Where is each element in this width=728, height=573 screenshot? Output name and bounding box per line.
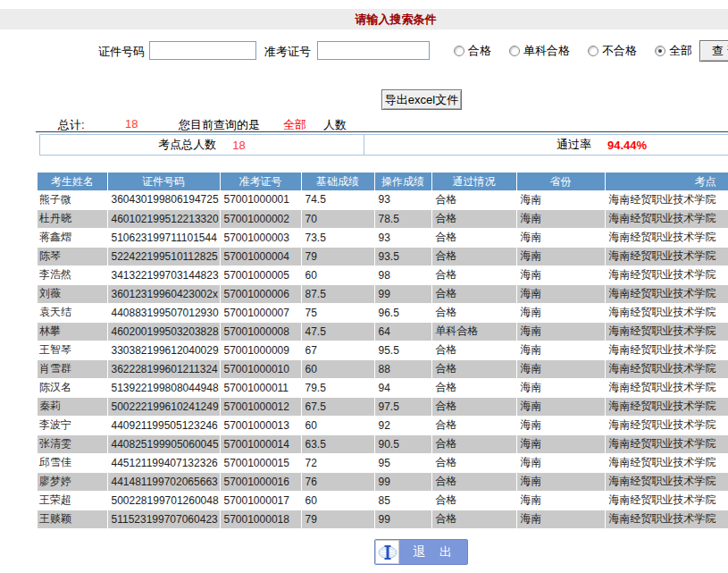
column-header-1: 证件号码 xyxy=(107,173,220,190)
cell-ticket-number: 57001000012 xyxy=(220,397,301,416)
cell-test-site: 海南经贸职业技术学院 xyxy=(605,491,728,510)
cell-test-site: 海南经贸职业技术学院 xyxy=(605,397,728,416)
export-excel-button[interactable]: 导出excel文件 xyxy=(381,89,462,110)
radio-single-subject-pass[interactable]: 单科合格 xyxy=(509,43,570,59)
cell-ticket-number: 57001000011 xyxy=(220,378,301,397)
id-number-label: 证件号码 xyxy=(98,44,145,60)
site-total-value: 18 xyxy=(232,139,245,152)
cell-candidate-name: 肖雪群 xyxy=(38,359,107,378)
cell-operation-score: 97.5 xyxy=(374,397,431,416)
cell-province: 海南 xyxy=(516,341,605,359)
cell-basic-score: 47.5 xyxy=(301,322,374,341)
cell-id-number: 360430199806194725 xyxy=(107,190,220,209)
cell-id-number: 440825199905060045 xyxy=(107,434,220,453)
cell-test-site: 海南经贸职业技术学院 xyxy=(605,341,728,359)
pass-rate-cell: 通过率 94.44% xyxy=(364,135,728,155)
cell-province: 海南 xyxy=(516,397,605,416)
radio-single-subject-pass-control[interactable] xyxy=(509,46,520,56)
site-total-cell: 考点总人数 18 xyxy=(40,135,364,155)
radio-pass-control[interactable] xyxy=(454,46,464,56)
cell-operation-score: 94 xyxy=(374,378,431,397)
query-button[interactable]: 查询 xyxy=(699,40,728,62)
table-row: 肖雪群362228199601211324570010000106088合格海南… xyxy=(38,359,728,378)
table-row: 王赕颖511523199707060423570010000187999合格海南… xyxy=(38,510,728,528)
cell-pass-status: 合格 xyxy=(431,434,516,453)
cell-id-number: 441481199702065663 xyxy=(107,472,220,491)
cell-basic-score: 60 xyxy=(301,265,374,284)
radio-pass[interactable]: 合格 xyxy=(454,43,491,59)
cell-candidate-name: 秦莉 xyxy=(38,397,107,416)
cell-basic-score: 67 xyxy=(301,341,374,359)
cell-province: 海南 xyxy=(516,247,605,265)
cell-candidate-name: 廖梦婷 xyxy=(38,472,107,491)
cell-operation-score: 64 xyxy=(374,322,431,341)
cell-basic-score: 74.5 xyxy=(301,190,374,209)
cell-pass-status: 合格 xyxy=(431,397,516,416)
cell-pass-status: 单科合格 xyxy=(431,322,516,341)
table-row: 李浩然341322199703144823570010000056098合格海南… xyxy=(38,265,728,284)
cell-province: 海南 xyxy=(516,491,605,510)
column-header-0: 考生姓名 xyxy=(38,173,107,190)
cell-ticket-number: 57001000013 xyxy=(220,416,301,434)
table-row: 王智琴330382199612040029570010000096795.5合格… xyxy=(38,341,728,359)
table-header-row: 考生姓名证件号码准考证号基础成绩操作成绩通过情况省份考点 xyxy=(38,173,728,190)
cell-id-number: 330382199612040029 xyxy=(107,341,220,359)
radio-fail-label: 不合格 xyxy=(602,43,637,59)
cell-test-site: 海南经贸职业技术学院 xyxy=(605,453,728,472)
cell-province: 海南 xyxy=(516,378,605,397)
column-header-6: 省份 xyxy=(516,173,605,190)
result-filter-radio-group: 合格单科合格不合格全部 xyxy=(454,43,705,59)
cell-basic-score: 79 xyxy=(301,510,374,528)
cell-operation-score: 93 xyxy=(374,228,431,247)
id-number-input[interactable] xyxy=(149,41,256,60)
cell-id-number: 36012319960423002x xyxy=(107,284,220,303)
cell-test-site: 海南经贸职业技术学院 xyxy=(605,378,728,397)
cell-test-site: 海南经贸职业技术学院 xyxy=(605,416,728,434)
table-row: 秦莉5002221996102412495700100001267.597.5合… xyxy=(38,397,728,416)
exam-results-page: 请输入搜索条件 证件号码 准考证号 合格单科合格不合格全部 查询 导出excel… xyxy=(0,0,728,573)
cell-province: 海南 xyxy=(516,303,605,322)
cell-candidate-name: 袁天结 xyxy=(38,303,107,322)
cell-ticket-number: 57001000007 xyxy=(220,303,301,322)
radio-fail-control[interactable] xyxy=(588,46,598,56)
ticket-number-input[interactable] xyxy=(317,41,430,60)
cell-ticket-number: 57001000015 xyxy=(220,453,301,472)
cell-id-number: 445121199407132326 xyxy=(107,453,220,472)
cell-id-number: 510623199711101544 xyxy=(107,228,220,247)
summary-box: 考点总人数 18 通过率 94.44% xyxy=(39,134,728,156)
globe-icon xyxy=(375,540,399,564)
radio-fail[interactable]: 不合格 xyxy=(588,43,637,59)
cell-pass-status: 合格 xyxy=(431,247,516,265)
cell-pass-status: 合格 xyxy=(431,359,516,378)
cell-basic-score: 79.5 xyxy=(301,378,374,397)
cell-test-site: 海南经贸职业技术学院 xyxy=(605,265,728,284)
cell-test-site: 海南经贸职业技术学院 xyxy=(605,209,728,228)
cell-candidate-name: 蒋鑫熠 xyxy=(38,228,107,247)
cell-basic-score: 60 xyxy=(301,416,374,434)
cell-candidate-name: 王智琴 xyxy=(38,341,107,359)
totals-line: 总计: 18 您目前查询的是 全部 人数 xyxy=(36,117,728,132)
cell-pass-status: 合格 xyxy=(431,284,516,303)
cell-ticket-number: 57001000014 xyxy=(220,434,301,453)
cell-operation-score: 96.5 xyxy=(374,303,431,322)
cell-ticket-number: 57001000001 xyxy=(220,190,301,209)
radio-all-control[interactable] xyxy=(655,46,665,56)
current-query-label: 您目前查询的是 xyxy=(179,117,260,133)
cell-basic-score: 70 xyxy=(301,209,374,228)
cell-ticket-number: 57001000018 xyxy=(220,510,301,528)
radio-all[interactable]: 全部 xyxy=(655,43,692,59)
exit-button[interactable]: 退 出 xyxy=(374,539,468,565)
radio-single-subject-pass-label: 单科合格 xyxy=(523,43,570,59)
cell-operation-score: 90.5 xyxy=(374,434,431,453)
pass-rate-value: 94.44% xyxy=(607,139,647,152)
cell-id-number: 513922199808044948 xyxy=(107,378,220,397)
cell-pass-status: 合格 xyxy=(431,303,516,322)
cell-test-site: 海南经贸职业技术学院 xyxy=(605,510,728,528)
cell-candidate-name: 邱雪佳 xyxy=(38,453,107,472)
cell-province: 海南 xyxy=(516,416,605,434)
cell-operation-score: 98 xyxy=(374,265,431,284)
cell-operation-score: 88 xyxy=(374,359,431,378)
column-header-7: 考点 xyxy=(605,173,728,190)
cell-basic-score: 87.5 xyxy=(301,284,374,303)
cell-basic-score: 79 xyxy=(301,247,374,265)
